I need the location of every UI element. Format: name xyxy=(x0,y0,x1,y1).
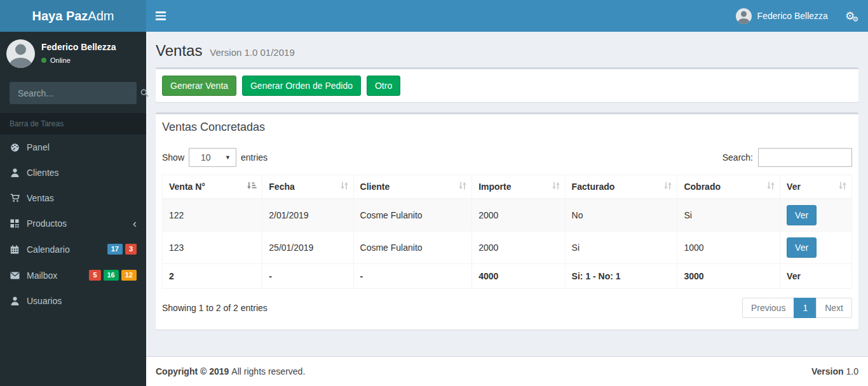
user-menu[interactable]: Federico Bellezza xyxy=(728,0,836,32)
sidebar-user-panel: Federico Bellezza Online xyxy=(0,32,146,74)
top-navbar: Federico Bellezza ⚙⚙ xyxy=(146,0,868,32)
settings-menu[interactable]: ⚙⚙ xyxy=(836,0,868,32)
actions-box: Generar Venta Generar Orden de Pedido Ot… xyxy=(156,67,858,102)
search-label: Search: xyxy=(722,152,753,163)
logo-text-light: Adm xyxy=(88,9,114,23)
column-header-fecha[interactable]: Fecha xyxy=(262,175,353,199)
column-header-cliente[interactable]: Cliente xyxy=(353,175,472,199)
pagination: Previous 1 Next xyxy=(742,298,852,318)
column-header-importe[interactable]: Importe xyxy=(472,175,565,199)
column-header-cobrado[interactable]: Cobrado xyxy=(677,175,780,199)
sort-both-icon xyxy=(839,182,846,192)
datatable-controls: Show 10 ▼ entries Search: xyxy=(162,148,852,167)
version-text: Version1.0 xyxy=(811,366,858,376)
sidebar-toggle-button[interactable] xyxy=(146,0,175,32)
mailbox-badge-danger: 5 xyxy=(89,270,100,281)
table-header-row: Venta N° Fecha Cliente Importe Facturado xyxy=(163,175,852,199)
dashboard-icon xyxy=(10,143,20,152)
sort-both-icon xyxy=(767,182,775,192)
search-icon xyxy=(140,89,149,97)
pagination-previous[interactable]: Previous xyxy=(742,298,794,318)
mailbox-badge-warning: 12 xyxy=(121,270,137,281)
generar-venta-button[interactable]: Generar Venta xyxy=(162,76,236,96)
sort-desc-icon xyxy=(247,182,257,192)
content-wrapper: Ventas Version 1.0 01/2019 Generar Venta… xyxy=(146,32,868,386)
calendar-badge-primary: 17 xyxy=(107,244,123,255)
cart-icon xyxy=(10,194,20,203)
main-header: Haya PazAdm Federico Bellezza ⚙⚙ xyxy=(0,0,868,32)
sort-both-icon xyxy=(341,182,348,192)
sidebar-item-productos[interactable]: Productos ‹ xyxy=(0,211,146,236)
table-info: Showing 1 to 2 of 2 entries xyxy=(162,303,268,313)
sidebar-item-calendario[interactable]: Calendario 17 3 xyxy=(0,236,146,262)
qrcode-icon xyxy=(10,219,20,228)
navbar-right: Federico Bellezza ⚙⚙ xyxy=(728,0,868,32)
user-status[interactable]: Online xyxy=(41,57,116,64)
page-subtitle: Version 1.0 01/2019 xyxy=(210,47,294,58)
sidebar-section-header: Barra de Tareas xyxy=(0,113,146,135)
table-search-control: Search: xyxy=(722,148,852,167)
sidebar-item-clientes[interactable]: Clientes xyxy=(0,160,146,185)
page-length-control: Show 10 ▼ entries xyxy=(162,148,268,167)
box-title: Ventas Concretadas xyxy=(156,114,858,140)
sort-both-icon xyxy=(664,182,672,192)
sidebar-search xyxy=(10,82,137,104)
sidebar-search-button[interactable] xyxy=(140,83,149,103)
sidebar: Federico Bellezza Online Barra de Tareas… xyxy=(0,32,146,386)
page-length-select[interactable]: 10 ▼ xyxy=(189,148,236,167)
calendar-badge-danger: 3 xyxy=(125,244,137,255)
user-icon xyxy=(10,168,20,177)
column-header-ver[interactable]: Ver xyxy=(780,175,852,199)
copyright-text: Copyright © 2019All rights reserved. xyxy=(156,366,305,376)
pagination-page-1[interactable]: 1 xyxy=(794,298,817,318)
main-footer: Copyright © 2019All rights reserved. Ver… xyxy=(146,356,868,386)
caret-down-icon: ▼ xyxy=(225,154,231,161)
ventas-box: Ventas Concretadas Show 10 ▼ entries Sea… xyxy=(156,112,858,329)
sidebar-item-usuarios[interactable]: Usuarios xyxy=(0,288,146,314)
table-search-input[interactable] xyxy=(758,148,852,167)
ver-button[interactable]: Ver xyxy=(787,205,817,225)
generar-orden-button[interactable]: Generar Orden de Pedido xyxy=(242,76,361,96)
user-icon xyxy=(10,296,20,305)
table-row: 122 2/01/2019 Cosme Fulanito 2000 No Si … xyxy=(163,199,852,231)
calendar-icon xyxy=(10,245,20,254)
mailbox-badge-success: 16 xyxy=(104,270,119,281)
content-header: Ventas Version 1.0 01/2019 xyxy=(146,32,868,67)
sidebar-search-input[interactable] xyxy=(10,83,140,103)
ver-button[interactable]: Ver xyxy=(787,237,817,258)
online-dot-icon xyxy=(41,58,46,63)
page-title: Ventas xyxy=(156,42,202,59)
sidebar-item-ventas[interactable]: Ventas xyxy=(0,185,146,211)
sort-both-icon xyxy=(552,182,560,192)
navbar-user-name: Federico Bellezza xyxy=(757,11,828,21)
sidebar-item-mailbox[interactable]: Mailbox 5 16 12 xyxy=(0,262,146,288)
sidebar-item-panel[interactable]: Panel xyxy=(0,135,146,160)
column-header-venta[interactable]: Venta N° xyxy=(163,175,262,199)
ventas-table: Venta N° Fecha Cliente Importe Facturado xyxy=(162,175,852,289)
sidebar-user-name: Federico Bellezza xyxy=(41,42,116,52)
user-avatar xyxy=(736,8,752,24)
sort-both-icon xyxy=(459,182,466,192)
otro-button[interactable]: Otro xyxy=(367,76,400,96)
column-header-facturado[interactable]: Facturado xyxy=(565,175,677,199)
sidebar-menu: Panel Clientes Ventas Productos ‹ Cale xyxy=(0,135,146,314)
hamburger-icon xyxy=(156,11,166,13)
sidebar-user-avatar xyxy=(6,39,35,68)
app-logo[interactable]: Haya PazAdm xyxy=(0,0,146,32)
chevron-left-icon: ‹ xyxy=(133,220,137,227)
envelope-icon xyxy=(10,272,20,279)
logo-text-bold: Haya Paz xyxy=(32,9,88,23)
table-row: 123 25/01/2019 Cosme Fulanito 2000 Si 10… xyxy=(163,231,852,263)
pagination-next[interactable]: Next xyxy=(816,298,852,318)
table-totals-row: 2 - - 4000 Si: 1 - No: 1 3000 Ver xyxy=(163,263,852,288)
datatable-footer: Showing 1 to 2 of 2 entries Previous 1 N… xyxy=(162,298,852,318)
